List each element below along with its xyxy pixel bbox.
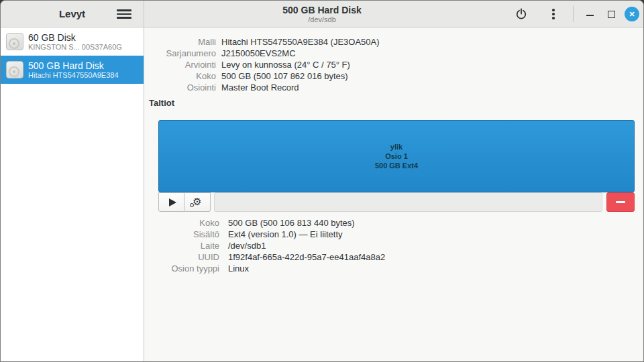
partition-options-button[interactable]: ⚙ (184, 192, 211, 212)
toolbar-filler (214, 192, 602, 212)
info-value: Hitachi HTS547550A9E384 (JE3OA50A) (221, 36, 380, 48)
disk-title: 500 GB Hard Disk (28, 60, 119, 71)
partition-size: 500 GB Ext4 (375, 161, 418, 170)
info-label: Osiointi (144, 82, 216, 93)
sidebar-header: Levyt (1, 1, 144, 27)
info-label: Laite (144, 240, 219, 251)
info-label: Sarjanumero (144, 48, 216, 59)
minimize-button[interactable] (582, 4, 598, 24)
info-row-partition-type: Osion tyyppi Linux (144, 263, 643, 274)
info-row-serial: Sarjanumero J2150050EVS2MC (144, 48, 643, 59)
device-sidebar: 60 GB Disk KINGSTON S... 00S37A60G 500 G… (1, 27, 144, 362)
disks-window: Levyt 500 GB Hard Disk /dev/sdb (0, 0, 644, 362)
maximize-icon (608, 11, 615, 18)
info-value: /dev/sdb1 (228, 240, 266, 251)
disk-subtitle: Hitachi HTS547550A9E384 (28, 71, 119, 80)
page-subtitle: /dev/sdb (308, 15, 336, 24)
partition-name: ylik (390, 142, 402, 152)
info-value: 500 GB (500 106 813 440 bytes) (228, 217, 355, 229)
volumes-section-title: Taltiot (149, 97, 643, 109)
headerbar: Levyt 500 GB Hard Disk /dev/sdb (1, 1, 643, 27)
drive-panel: Malli Hitachi HTS547550A9E384 (JE3OA50A)… (144, 27, 643, 362)
info-label: UUID (144, 251, 219, 263)
info-label: Osion tyyppi (144, 263, 219, 274)
info-row-assessment: Arviointi Levy on kunnossa (24° C / 75° … (144, 59, 643, 70)
info-row-uuid: UUID 1f92f4af-665a-422d-95a7-ee41aaf4a8a… (144, 251, 643, 263)
harddisk-icon (6, 33, 23, 50)
disk-title: 60 GB Disk (28, 32, 122, 43)
info-label: Arviointi (144, 59, 216, 70)
maximize-button[interactable] (603, 4, 619, 24)
info-value: 500 GB (500 107 862 016 bytes) (221, 70, 348, 82)
power-off-button[interactable] (511, 4, 531, 24)
gear-icon: ⚙ (193, 197, 201, 207)
info-label: Malli (144, 36, 216, 48)
minimize-icon (586, 15, 594, 16)
info-value: Levy on kunnossa (24° C / 75° F) (221, 59, 350, 70)
info-value: Linux (228, 263, 249, 274)
info-row-volume-size: Koko 500 GB (500 106 813 440 bytes) (144, 217, 643, 229)
info-row-size: Koko 500 GB (500 107 862 016 bytes) (144, 70, 643, 82)
volume-info-grid: Koko 500 GB (500 106 813 440 bytes) Sisä… (144, 212, 643, 274)
info-label: Koko (144, 70, 216, 82)
sidebar-item-disk-60gb[interactable]: 60 GB Disk KINGSTON S... 00S37A60G (1, 27, 144, 56)
info-row-device: Laite /dev/sdb1 (144, 240, 643, 251)
header-controls: ✕ (511, 1, 639, 27)
mount-button[interactable] (158, 192, 184, 212)
header-separator (573, 6, 574, 22)
page-title: 500 GB Hard Disk (282, 5, 362, 15)
partition-block[interactable]: ylik Osio 1 500 GB Ext4 (158, 120, 635, 192)
volume-toolbar: ⚙ (158, 192, 635, 212)
harddisk-icon (6, 61, 23, 78)
app-title: Levyt (59, 8, 85, 19)
sidebar-item-disk-500gb[interactable]: 500 GB Hard Disk Hitachi HTS547550A9E384 (1, 56, 144, 84)
kebab-icon (552, 9, 555, 11)
delete-partition-button[interactable] (606, 192, 635, 212)
info-value: 1f92f4af-665a-422d-95a7-ee41aaf4a8a2 (228, 251, 385, 263)
info-row-contents: Sisältö Ext4 (version 1.0) — Ei liitetty (144, 229, 643, 240)
info-value: J2150050EVS2MC (221, 48, 296, 59)
partition-label: Osio 1 (385, 152, 408, 161)
hamburger-icon (117, 9, 131, 11)
play-icon (169, 198, 176, 206)
window-body: 60 GB Disk KINGSTON S... 00S37A60G 500 G… (1, 27, 643, 362)
info-label: Sisältö (144, 229, 219, 240)
drive-menu-button[interactable] (545, 4, 562, 24)
minus-icon (616, 201, 625, 203)
info-row-partitioning: Osiointi Master Boot Record (144, 82, 643, 93)
app-menu-button[interactable] (115, 6, 133, 22)
power-icon (515, 8, 527, 20)
drive-info-grid: Malli Hitachi HTS547550A9E384 (JE3OA50A)… (144, 27, 643, 93)
disk-subtitle: KINGSTON S... 00S37A60G (28, 43, 122, 52)
info-value: Master Boot Record (221, 82, 299, 93)
info-row-model: Malli Hitachi HTS547550A9E384 (JE3OA50A) (144, 36, 643, 48)
close-icon: ✕ (629, 7, 635, 21)
info-label: Koko (144, 217, 219, 229)
info-value: Ext4 (version 1.0) — Ei liitetty (228, 229, 343, 240)
close-button[interactable]: ✕ (625, 7, 639, 21)
